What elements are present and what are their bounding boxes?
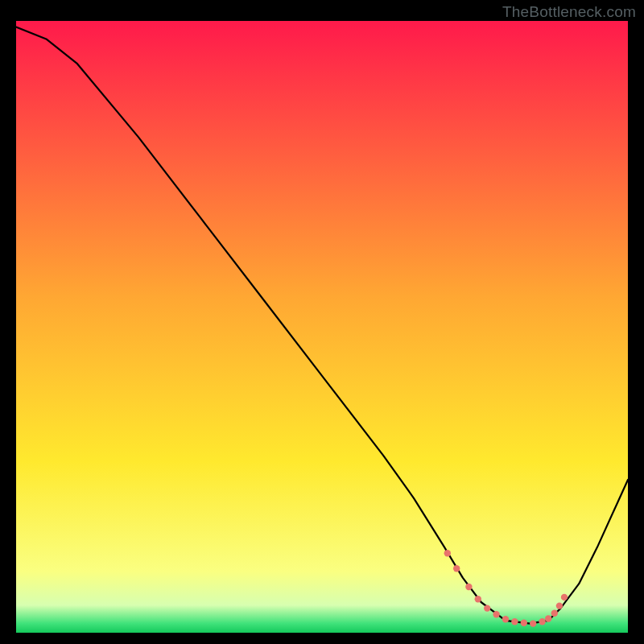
highlight-dot — [551, 610, 558, 617]
highlight-dot — [444, 550, 451, 556]
attribution-text: TheBottleneck.com — [502, 3, 636, 21]
highlight-dot — [465, 584, 472, 590]
highlight-dot — [539, 618, 545, 625]
highlight-dot — [511, 618, 518, 625]
plot-area — [16, 21, 628, 633]
highlight-dot — [545, 615, 551, 621]
highlight-dot — [556, 602, 563, 609]
chart-svg — [16, 21, 628, 633]
highlight-dot — [530, 620, 536, 626]
highlight-dot — [561, 594, 568, 601]
highlight-dot — [453, 565, 460, 572]
highlight-dot — [493, 611, 499, 617]
highlight-dot — [475, 596, 481, 602]
highlight-dot — [484, 605, 490, 611]
highlight-dot — [521, 620, 527, 626]
chart-container: TheBottleneck.com — [0, 0, 644, 644]
highlight-dot — [502, 616, 509, 622]
gradient-background — [16, 21, 628, 633]
